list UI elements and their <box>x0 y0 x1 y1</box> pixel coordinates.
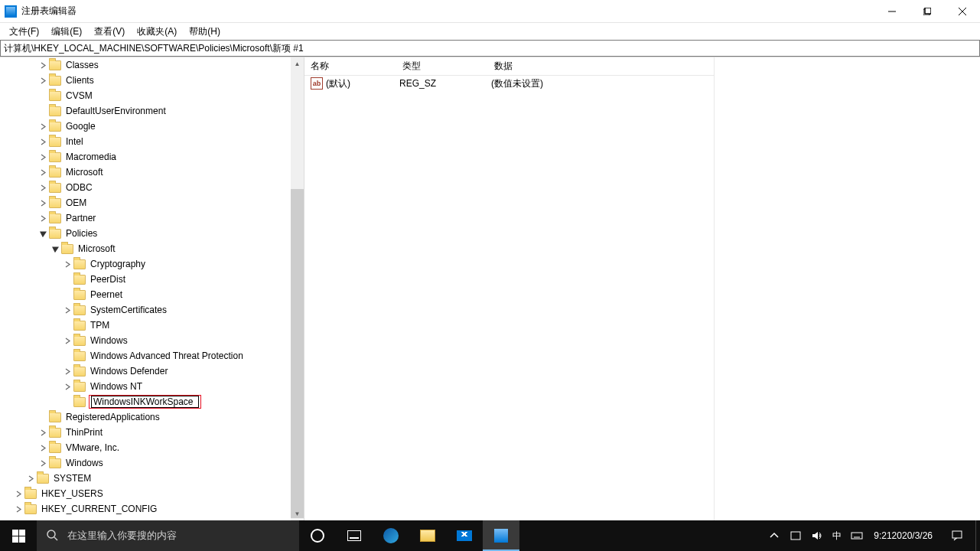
tree-item[interactable]: Microsoft <box>0 241 304 256</box>
cortana-button[interactable] <box>299 520 336 551</box>
system-tray: 中 9:21 2020/3/26 <box>763 520 980 551</box>
tree-item[interactable]: TPM <box>0 318 304 333</box>
tree-item[interactable]: PeerDist <box>0 272 304 287</box>
tree-item[interactable]: SystemCertificates <box>0 302 304 318</box>
maximize-button[interactable] <box>910 0 945 23</box>
tree-item[interactable]: CVSM <box>0 88 304 103</box>
collapse-icon[interactable] <box>49 243 61 255</box>
tree-item[interactable]: HKEY_CURRENT_CONFIG <box>0 501 304 517</box>
folder-icon <box>73 275 86 285</box>
tree-item[interactable]: Google <box>0 119 304 134</box>
expand-icon[interactable] <box>37 120 49 132</box>
tree-item-label: Policies <box>64 227 99 240</box>
tree-item[interactable]: RegisteredApplications <box>0 409 304 425</box>
close-button[interactable] <box>945 0 980 23</box>
address-bar[interactable]: 计算机\HKEY_LOCAL_MACHINE\SOFTWARE\Policies… <box>0 40 980 57</box>
renaming-key[interactable] <box>89 395 201 409</box>
expand-icon[interactable] <box>61 334 73 347</box>
expand-icon[interactable] <box>37 457 49 469</box>
tree-item[interactable]: Peernet <box>0 287 304 302</box>
expand-icon[interactable] <box>37 181 49 194</box>
expand-icon[interactable] <box>61 304 73 316</box>
expand-icon[interactable] <box>12 503 24 515</box>
expand-icon[interactable] <box>61 380 73 393</box>
minimize-button[interactable] <box>874 0 910 23</box>
menu-edit[interactable]: 编辑(E) <box>45 24 88 40</box>
tree-item[interactable]: Cryptography <box>0 256 304 272</box>
tree-item[interactable]: Microsoft <box>0 165 304 180</box>
clock-date: 2020/3/26 <box>892 531 933 541</box>
tray-overflow[interactable] <box>763 520 785 551</box>
tree-item[interactable]: Windows Defender <box>0 364 304 379</box>
folder-icon <box>49 168 61 178</box>
tree-item[interactable]: HKEY_USERS <box>0 486 304 501</box>
expand-icon[interactable] <box>37 74 49 86</box>
tree-item[interactable]: Windows Advanced Threat Protection <box>0 348 304 364</box>
col-data[interactable]: 数据 <box>488 57 714 75</box>
expand-icon[interactable] <box>61 365 73 377</box>
tree-item-label: Clients <box>64 74 96 86</box>
scroll-thumb[interactable] <box>291 189 304 518</box>
keyboard-icon[interactable] <box>846 520 868 551</box>
tree-item[interactable]: Windows <box>0 455 304 471</box>
tree-item[interactable]: SYSTEM <box>0 471 304 486</box>
registry-tree[interactable]: ClassesClientsCVSMDefaultUserEnvironment… <box>0 57 304 517</box>
regedit-taskbar-button[interactable] <box>483 520 519 551</box>
expand-icon[interactable] <box>37 426 49 439</box>
tree-item[interactable]: OEM <box>0 195 304 210</box>
expand-icon[interactable] <box>12 487 24 500</box>
tree-item[interactable]: Windows <box>0 333 304 348</box>
volume-icon[interactable] <box>806 520 828 551</box>
start-button[interactable] <box>0 520 37 551</box>
list-row[interactable]: (默认) REG_SZ (数值未设置) <box>304 76 714 91</box>
expand-icon[interactable] <box>37 197 49 209</box>
folder-icon <box>73 397 86 407</box>
tree-item[interactable]: Partner <box>0 210 304 226</box>
file-explorer-button[interactable] <box>409 520 446 551</box>
action-center-icon[interactable] <box>939 520 975 551</box>
menu-file[interactable]: 文件(F) <box>3 24 45 40</box>
show-desktop-button[interactable] <box>975 520 980 551</box>
expand-icon[interactable] <box>37 166 49 178</box>
tree-item[interactable]: Intel <box>0 134 304 149</box>
tree-item[interactable]: Policies <box>0 226 304 241</box>
expand-icon[interactable] <box>24 472 37 484</box>
task-view-button[interactable] <box>336 520 373 551</box>
expand-icon[interactable] <box>37 135 49 148</box>
taskbar-search[interactable]: 在这里输入你要搜的内容 <box>37 520 299 551</box>
folder-icon <box>73 351 86 361</box>
scroll-up-arrow[interactable]: ▲ <box>291 57 304 70</box>
mail-button[interactable] <box>446 520 483 551</box>
folder-icon <box>49 443 61 453</box>
tree-item[interactable]: Macromedia <box>0 149 304 165</box>
tree-item[interactable]: Classes <box>0 57 304 73</box>
menubar: 文件(F) 编辑(E) 查看(V) 收藏夹(A) 帮助(H) <box>0 23 980 40</box>
menu-favorites[interactable]: 收藏夹(A) <box>131 24 183 40</box>
rename-input[interactable] <box>91 396 199 408</box>
expand-icon[interactable] <box>37 151 49 163</box>
expand-icon[interactable] <box>37 442 49 454</box>
tree-item[interactable] <box>0 394 304 409</box>
expand-icon[interactable] <box>37 59 49 71</box>
folder-icon <box>49 214 61 223</box>
col-name[interactable]: 名称 <box>304 57 396 75</box>
tree-scrollbar[interactable]: ▲ ▼ <box>291 57 304 520</box>
tree-item[interactable]: DefaultUserEnvironment <box>0 103 304 119</box>
menu-help[interactable]: 帮助(H) <box>183 24 226 40</box>
expand-icon[interactable] <box>61 258 73 270</box>
ime-indicator[interactable]: 中 <box>828 520 846 551</box>
tree-item[interactable]: ODBC <box>0 180 304 195</box>
tree-item[interactable]: VMware, Inc. <box>0 440 304 455</box>
menu-view[interactable]: 查看(V) <box>88 24 131 40</box>
tree-item[interactable]: Windows NT <box>0 379 304 394</box>
clock[interactable]: 9:21 2020/3/26 <box>868 520 939 551</box>
folder-icon <box>49 183 61 193</box>
expand-icon[interactable] <box>37 212 49 224</box>
tree-item[interactable]: ThinPrint <box>0 425 304 440</box>
collapse-icon[interactable] <box>37 227 49 240</box>
scroll-down-arrow[interactable]: ▼ <box>291 507 304 520</box>
edge-button[interactable] <box>373 520 409 551</box>
tree-item[interactable]: Clients <box>0 73 304 88</box>
tray-app-icon[interactable] <box>785 520 806 551</box>
col-type[interactable]: 类型 <box>396 57 488 75</box>
